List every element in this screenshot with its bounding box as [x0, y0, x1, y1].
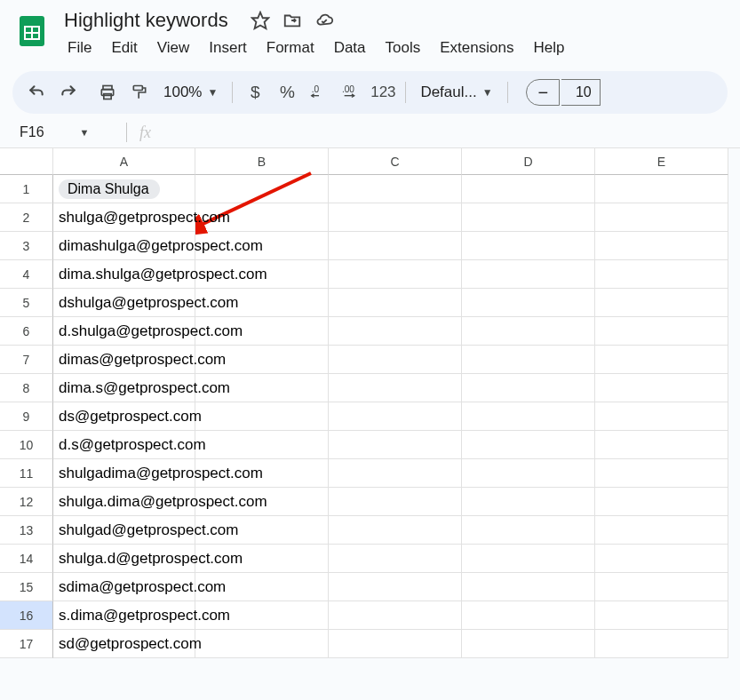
menu-help[interactable]: Help: [524, 36, 573, 60]
cell[interactable]: [329, 488, 462, 516]
cell[interactable]: [329, 260, 462, 289]
cell[interactable]: [329, 203, 462, 232]
cell[interactable]: dshulga@getprospect.com: [53, 289, 195, 317]
people-chip[interactable]: Dima Shulga: [59, 179, 160, 199]
star-icon[interactable]: [250, 10, 271, 31]
menu-file[interactable]: File: [59, 36, 100, 60]
cell[interactable]: [329, 402, 462, 431]
name-box[interactable]: F16 ▼: [12, 123, 117, 142]
cell[interactable]: [329, 374, 462, 402]
cell[interactable]: dima.s@getprospect.com: [53, 374, 195, 402]
cell[interactable]: [595, 601, 728, 630]
cell[interactable]: [595, 431, 728, 459]
menu-edit[interactable]: Edit: [102, 36, 146, 60]
select-all-corner[interactable]: [0, 148, 53, 175]
cell[interactable]: shulgad@getprospect.com: [53, 516, 195, 545]
redo-button[interactable]: [53, 77, 84, 107]
print-button[interactable]: [92, 77, 123, 107]
percent-button[interactable]: %: [272, 77, 302, 107]
decrease-decimal-button[interactable]: .0: [304, 77, 334, 107]
column-header-d[interactable]: D: [462, 148, 595, 175]
row-header[interactable]: 8: [0, 374, 53, 402]
cell[interactable]: [329, 545, 462, 573]
cell[interactable]: [462, 175, 595, 203]
cell[interactable]: sd@getprospect.com: [53, 630, 195, 658]
cell[interactable]: [595, 516, 728, 545]
cell[interactable]: [195, 630, 329, 658]
row-header[interactable]: 5: [0, 289, 53, 317]
cell[interactable]: [329, 516, 462, 545]
currency-button[interactable]: $: [240, 77, 270, 107]
row-header[interactable]: 11: [0, 459, 53, 488]
cell[interactable]: [195, 431, 329, 459]
cell[interactable]: [462, 232, 595, 260]
sheets-logo[interactable]: [14, 12, 50, 48]
document-title[interactable]: Highlight keywords: [59, 7, 234, 34]
paint-format-button[interactable]: [124, 77, 155, 107]
cell[interactable]: [462, 289, 595, 317]
cell[interactable]: [462, 431, 595, 459]
row-header[interactable]: 6: [0, 317, 53, 346]
row-header[interactable]: 1: [0, 175, 53, 203]
column-header-b[interactable]: B: [195, 148, 329, 175]
cell[interactable]: [595, 203, 728, 232]
cell[interactable]: d.s@getprospect.com: [53, 431, 195, 459]
cell[interactable]: [462, 317, 595, 346]
cell[interactable]: [195, 175, 329, 203]
zoom-dropdown[interactable]: 100% ▼: [156, 78, 225, 107]
cell[interactable]: [462, 402, 595, 431]
cloud-status-icon[interactable]: [314, 10, 335, 31]
cell[interactable]: [595, 402, 728, 431]
cell[interactable]: [462, 260, 595, 289]
cell[interactable]: [595, 573, 728, 601]
cell[interactable]: [329, 289, 462, 317]
cell[interactable]: [595, 630, 728, 658]
row-header[interactable]: 12: [0, 488, 53, 516]
font-size-input[interactable]: 10: [561, 79, 601, 106]
cell[interactable]: [329, 431, 462, 459]
cell[interactable]: [462, 459, 595, 488]
column-header-c[interactable]: C: [329, 148, 462, 175]
cell[interactable]: [462, 374, 595, 402]
cell[interactable]: s.dima@getprospect.com: [53, 601, 195, 630]
menu-insert[interactable]: Insert: [200, 36, 256, 60]
cell[interactable]: dima.shulga@getprospect.com: [53, 260, 195, 289]
cell[interactable]: [329, 346, 462, 374]
row-header[interactable]: 2: [0, 203, 53, 232]
row-header[interactable]: 16: [0, 601, 53, 630]
cell[interactable]: sdima@getprospect.com: [53, 573, 195, 601]
cell[interactable]: [329, 175, 462, 203]
menu-data[interactable]: Data: [325, 36, 375, 60]
column-header-a[interactable]: A: [53, 148, 195, 175]
cell[interactable]: shulga.d@getprospect.com: [53, 545, 195, 573]
row-header[interactable]: 9: [0, 402, 53, 431]
cell[interactable]: [595, 545, 728, 573]
cell[interactable]: dimashulga@getprospect.com: [53, 232, 195, 260]
cell[interactable]: [595, 175, 728, 203]
row-header[interactable]: 10: [0, 431, 53, 459]
cell[interactable]: [595, 317, 728, 346]
row-header[interactable]: 4: [0, 260, 53, 289]
cell[interactable]: [195, 402, 329, 431]
cell[interactable]: [462, 601, 595, 630]
undo-button[interactable]: [21, 77, 52, 107]
cell[interactable]: [595, 459, 728, 488]
cell[interactable]: [329, 573, 462, 601]
cell[interactable]: [595, 374, 728, 402]
cell[interactable]: dimas@getprospect.com: [53, 346, 195, 374]
cell[interactable]: [329, 630, 462, 658]
cell[interactable]: [462, 203, 595, 232]
menu-view[interactable]: View: [148, 36, 199, 60]
cell[interactable]: [595, 289, 728, 317]
cell[interactable]: [329, 317, 462, 346]
column-header-e[interactable]: E: [595, 148, 728, 175]
cell[interactable]: [595, 232, 728, 260]
row-header[interactable]: 13: [0, 516, 53, 545]
move-icon[interactable]: [282, 10, 303, 31]
cell[interactable]: [329, 232, 462, 260]
cell[interactable]: [462, 516, 595, 545]
row-header[interactable]: 3: [0, 232, 53, 260]
font-dropdown[interactable]: Defaul... ▼: [413, 78, 500, 107]
cell[interactable]: [462, 346, 595, 374]
cell[interactable]: [462, 545, 595, 573]
